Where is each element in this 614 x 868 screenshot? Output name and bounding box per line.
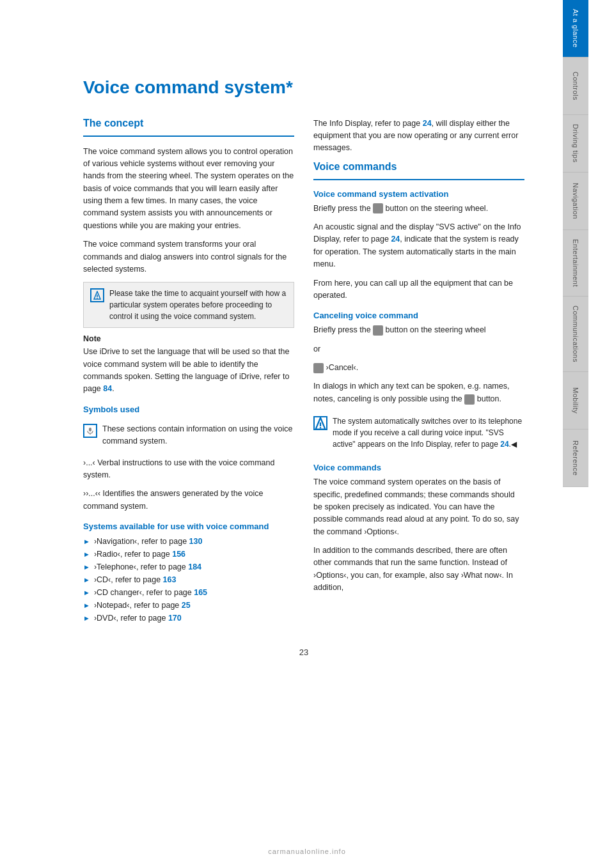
page-container: Voice command system* The concept The vo… bbox=[0, 0, 614, 868]
activation-page-link[interactable]: 24 bbox=[391, 235, 400, 244]
cancel-or-text: or bbox=[313, 343, 524, 355]
list-item: ► ›Radio‹, refer to page 156 bbox=[83, 548, 294, 561]
info-triangle-icon bbox=[313, 416, 327, 430]
svg-rect-3 bbox=[89, 428, 91, 431]
list-item: ► ›Navigation‹, refer to page 130 bbox=[83, 535, 294, 548]
info-display-paragraph: The Info Display, refer to page 24, will… bbox=[313, 118, 524, 155]
bullet-arrow-icon: ► bbox=[83, 562, 90, 573]
cancel-title: Canceling voice command bbox=[313, 311, 524, 320]
telephone-page-link[interactable]: 184 bbox=[188, 562, 201, 571]
sidebar-tab-navigation[interactable]: Navigation bbox=[563, 173, 588, 230]
cancel-symbol-text: ›Cancel‹. bbox=[313, 362, 524, 374]
bullet-arrow-icon: ► bbox=[83, 575, 90, 586]
symbols-title: Symbols used bbox=[83, 405, 294, 414]
sidebar-tab-communications[interactable]: Communications bbox=[563, 297, 588, 372]
cancel-dialogs-button-icon bbox=[464, 394, 475, 405]
note-triangle-icon bbox=[90, 288, 104, 302]
sidebar-tab-mobility[interactable]: Mobility bbox=[563, 372, 588, 430]
note-page-link[interactable]: 84 bbox=[103, 384, 112, 393]
note-paragraph: Use iDrive to set the language that will… bbox=[83, 346, 294, 396]
list-item: ► ›Notepad‹, refer to page 25 bbox=[83, 599, 294, 612]
systems-list: ► ›Navigation‹, refer to page 130 ► ›Rad… bbox=[83, 535, 294, 624]
cancel-mic-icon bbox=[313, 363, 324, 373]
bullet-arrow-icon: ► bbox=[83, 600, 90, 612]
sidebar-tab-at-a-glance[interactable]: At a glance bbox=[563, 0, 588, 58]
steering-wheel-button-icon bbox=[373, 203, 383, 213]
systems-section-title: Systems available for use with voice com… bbox=[83, 522, 294, 531]
symbol-1: These sections contain information on us… bbox=[83, 419, 294, 452]
activation-paragraph-2: An acoustic signal and the display "SVS … bbox=[313, 221, 524, 271]
activation-title: Voice command system activation bbox=[313, 189, 524, 199]
info-note-text: The system automatically switches over t… bbox=[333, 415, 524, 450]
left-column: The concept The voice command system all… bbox=[83, 118, 294, 629]
page-title: Voice command system* bbox=[83, 77, 524, 98]
info-display-page-link[interactable]: 24 bbox=[423, 119, 432, 128]
symbol1-text: These sections contain information on us… bbox=[102, 423, 294, 448]
bullet-arrow-icon: ► bbox=[83, 587, 90, 599]
svg-point-2 bbox=[97, 298, 98, 299]
info-note-page-link[interactable]: 24 bbox=[500, 440, 508, 449]
main-content: Voice command system* The concept The vo… bbox=[0, 0, 563, 868]
sidebar-tab-entertainment[interactable]: Entertainment bbox=[563, 230, 588, 297]
vc-paragraph-1: The voice command system operates on the… bbox=[313, 476, 524, 538]
concept-paragraph-1: The voice command system allows you to c… bbox=[83, 146, 294, 233]
bullet-arrow-icon: ► bbox=[83, 536, 90, 548]
symbol3-text: ››...‹‹ Identifies the answers generated… bbox=[83, 488, 294, 513]
voice-commands-section-title: Voice commands bbox=[313, 161, 524, 173]
radio-page-link[interactable]: 156 bbox=[172, 550, 185, 559]
vc-paragraph-2: In addition to the commands described, t… bbox=[313, 545, 524, 594]
nav-page-link[interactable]: 130 bbox=[189, 537, 203, 546]
note-box: Please take the time to acquaint yoursel… bbox=[83, 282, 294, 328]
symbol-mic-icon bbox=[83, 424, 97, 438]
list-item: ► ›CD changer‹, refer to page 165 bbox=[83, 586, 294, 599]
cancel-button-icon bbox=[373, 325, 383, 336]
watermark: carmanualonline.info bbox=[268, 848, 346, 855]
cancel-dialogs-text: In dialogs in which any text can be spok… bbox=[313, 380, 524, 405]
sidebar-tab-driving-tips[interactable]: Driving tips bbox=[563, 115, 588, 173]
list-item: ► ›Telephone‹, refer to page 184 bbox=[83, 561, 294, 573]
sidebar: At a glance Controls Driving tips Naviga… bbox=[563, 0, 588, 868]
note-box-text: Please take the time to acquaint yoursel… bbox=[109, 288, 287, 322]
voice-commands-2-title: Voice commands bbox=[313, 463, 524, 472]
sidebar-tab-reference[interactable]: Reference bbox=[563, 430, 588, 487]
bullet-arrow-icon: ► bbox=[83, 613, 90, 624]
concept-section-title: The concept bbox=[83, 118, 294, 129]
notepad-page-link[interactable]: 25 bbox=[182, 601, 191, 610]
cdchanger-page-link[interactable]: 165 bbox=[194, 588, 207, 597]
concept-paragraph-2: The voice command system transforms your… bbox=[83, 238, 294, 275]
list-item: ► ›CD‹, refer to page 163 bbox=[83, 573, 294, 586]
activation-paragraph-1: Briefly press the button on the steering… bbox=[313, 203, 524, 215]
symbol2-text: ›...‹ Verbal instructions to use with th… bbox=[83, 457, 294, 482]
cancel-paragraph-1: Briefly press the button on the steering… bbox=[313, 324, 524, 336]
activation-paragraph-3: From here, you can call up all the equip… bbox=[313, 277, 524, 302]
svg-point-7 bbox=[320, 427, 321, 428]
info-note-box: The system automatically switches over t… bbox=[313, 412, 524, 454]
two-column-layout: The concept The voice command system all… bbox=[83, 118, 524, 629]
dvd-page-link[interactable]: 170 bbox=[168, 614, 182, 623]
cd-page-link[interactable]: 163 bbox=[163, 575, 177, 584]
sidebar-tab-controls[interactable]: Controls bbox=[563, 58, 588, 115]
right-column: The Info Display, refer to page 24, will… bbox=[313, 118, 524, 629]
page-number: 23 bbox=[83, 647, 524, 670]
note-section-label: Note bbox=[83, 334, 294, 343]
list-item: ► ›DVD‹, refer to page 170 bbox=[83, 612, 294, 624]
bullet-arrow-icon: ► bbox=[83, 549, 90, 561]
